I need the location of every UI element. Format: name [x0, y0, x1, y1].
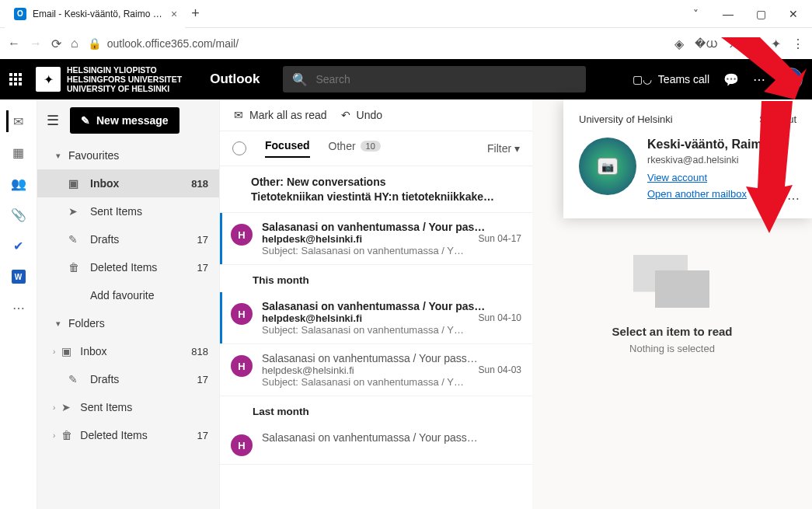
chevron-down-icon: ▾	[56, 319, 61, 329]
window-minimize-icon[interactable]: —	[713, 2, 744, 26]
more-apps-icon[interactable]: ⋯	[8, 297, 30, 319]
folder-count: 17	[197, 262, 208, 274]
folder-inbox2[interactable]: › ▣ Inbox 818	[37, 337, 219, 365]
sender-avatar: H	[231, 303, 253, 325]
browser-titlebar: O Email - Keski-vääntö, Raimo - Ou × + ˅…	[0, 0, 812, 28]
add-favourite[interactable]: Add favourite	[37, 281, 219, 309]
message-preview: Subject: Salasanasi on vanhentumassa / Y…	[262, 376, 521, 388]
folder-drafts2[interactable]: ✎ Drafts 17	[37, 365, 219, 393]
sent-icon: ➤	[61, 401, 74, 413]
sender-avatar: H	[231, 355, 253, 377]
folder-label: Deleted Items	[80, 429, 147, 441]
browser-tab[interactable]: O Email - Keski-vääntö, Raimo - Ou ×	[5, 0, 185, 28]
window-maximize-icon[interactable]: ▢	[745, 2, 776, 26]
compose-icon: ✎	[81, 114, 90, 127]
group-header: This month	[220, 265, 532, 292]
browser-address-bar: ← → ⟳ ⌂ 🔒 outlook.office365.com/mail/ ◈ …	[0, 28, 812, 59]
mark-all-read-button[interactable]: ✉ Mark all as read	[234, 109, 327, 121]
home-icon[interactable]: ⌂	[71, 37, 78, 51]
message-date: Sun 04-10	[479, 312, 521, 324]
folder-label: Sent Items	[90, 205, 142, 218]
folder-deleted2[interactable]: › 🗑 Deleted Items 17	[37, 421, 219, 449]
folders-section[interactable]: ▾ Folders	[37, 309, 219, 337]
chevron-down-icon: ▾	[514, 142, 520, 155]
folder-deleted[interactable]: 🗑 Deleted Items 17	[37, 253, 219, 281]
undo-button[interactable]: ↶ Undo	[341, 109, 382, 121]
folder-label: Deleted Items	[90, 261, 157, 274]
message-item[interactable]: H Salasanasi on vanhentumassa / Your pas…	[220, 344, 532, 396]
app-launcher-icon[interactable]	[9, 73, 23, 85]
camera-icon[interactable]: 📷	[598, 158, 618, 175]
window-close-icon[interactable]: ✕	[778, 2, 809, 26]
message-subject: Salasanasi on vanhentumassa / Your pas…	[262, 300, 521, 312]
calendar-module-icon[interactable]: ▦	[8, 141, 30, 163]
message-list: ✉ Mark all as read ↶ Undo Focused Other …	[220, 99, 532, 509]
folder-drafts[interactable]: ✎ Drafts 17	[37, 225, 219, 253]
chevron-right-icon: ›	[53, 431, 55, 440]
message-item[interactable]: H Salasanasi on vanhentumassa / Your pas…	[220, 424, 532, 465]
folder-count: 17	[197, 374, 208, 385]
teams-call-button[interactable]: ▢◡ Teams call	[633, 73, 709, 85]
folder-sent2[interactable]: › ➤ Sent Items	[37, 393, 219, 421]
message-preview: Subject: Salasanasi on vanhentumassa / Y…	[262, 324, 521, 336]
undo-label: Undo	[357, 109, 382, 121]
favourites-section[interactable]: ▾ Favourites	[37, 141, 219, 169]
app-name[interactable]: Outlook	[210, 71, 260, 87]
folder-label: Drafts	[90, 233, 119, 246]
other-preview-text: Tietotekniikan viestintä HY:n tietotekni…	[251, 190, 518, 203]
reload-icon[interactable]: ⟳	[51, 37, 61, 51]
folders-label: Folders	[68, 317, 105, 329]
todo-module-icon[interactable]: ✔	[8, 235, 30, 256]
url-box[interactable]: 🔒 outlook.office365.com/mail/	[88, 37, 665, 50]
window-dropdown-icon[interactable]: ˅	[680, 2, 711, 26]
module-rail: ✉ ▦ 👥 📎 ✔ W ⋯	[0, 99, 37, 509]
search-input[interactable]	[315, 73, 577, 85]
new-tab-button[interactable]: +	[191, 5, 200, 22]
add-favourite-label: Add favourite	[90, 289, 155, 302]
tab-focused[interactable]: Focused	[265, 139, 310, 158]
sender-avatar: H	[231, 434, 253, 456]
folder-count: 818	[191, 178, 208, 190]
chevron-right-icon: ›	[53, 403, 55, 412]
tab-close-icon[interactable]: ×	[171, 8, 177, 20]
folder-label: Inbox	[90, 177, 119, 190]
folder-sent[interactable]: ➤ Sent Items	[37, 197, 219, 225]
crest-icon: ✦	[36, 67, 61, 92]
folder-inbox[interactable]: ▣ Inbox 818	[37, 169, 219, 197]
filter-label: Filter	[487, 142, 511, 155]
install-icon[interactable]: �ധ	[695, 37, 717, 51]
group-header: Last month	[220, 396, 532, 424]
new-message-button[interactable]: ✎ New message	[70, 107, 179, 134]
search-box[interactable]: 🔍	[283, 66, 586, 92]
folder-label: Inbox	[80, 345, 106, 357]
org-label: University of Helsinki	[579, 113, 673, 125]
annotation-arrow-2	[738, 101, 793, 233]
message-item[interactable]: H Salasanasi on vanhentumassa / Your pas…	[220, 292, 532, 344]
message-item[interactable]: H Salasanasi on vanhentumassa / Your pas…	[220, 213, 532, 265]
inbox-icon: ▣	[68, 177, 81, 190]
folder-label: Drafts	[90, 373, 119, 385]
account-avatar-large[interactable]: 📷	[579, 138, 636, 195]
filter-button[interactable]: Filter ▾	[487, 142, 520, 155]
tab-other[interactable]: Other 10	[329, 140, 381, 157]
svg-marker-0	[721, 37, 807, 99]
new-message-label: New message	[96, 114, 169, 127]
other-preview-box[interactable]: Other: New conversations Tietotekniikan …	[220, 166, 532, 213]
outlook-favicon: O	[14, 8, 26, 20]
forward-icon[interactable]: →	[30, 37, 42, 51]
url-text: outlook.office365.com/mail/	[107, 37, 239, 50]
word-module-icon[interactable]: W	[8, 266, 30, 288]
files-module-icon[interactable]: 📎	[8, 204, 30, 225]
envelope-icon	[633, 255, 711, 309]
eye-icon[interactable]: ◈	[674, 37, 684, 51]
back-icon[interactable]: ←	[8, 37, 20, 51]
mail-module-icon[interactable]: ✉	[6, 110, 28, 132]
message-from: helpdesk@helsinki.fi	[262, 233, 362, 245]
favourites-label: Favourites	[68, 149, 119, 162]
other-count-badge: 10	[361, 141, 381, 152]
hamburger-icon[interactable]: ☰	[47, 112, 59, 129]
people-module-icon[interactable]: 👥	[8, 173, 30, 194]
chevron-right-icon: ›	[53, 347, 55, 356]
message-date: Sun 04-17	[479, 233, 521, 245]
select-all-checkbox[interactable]	[232, 141, 246, 155]
